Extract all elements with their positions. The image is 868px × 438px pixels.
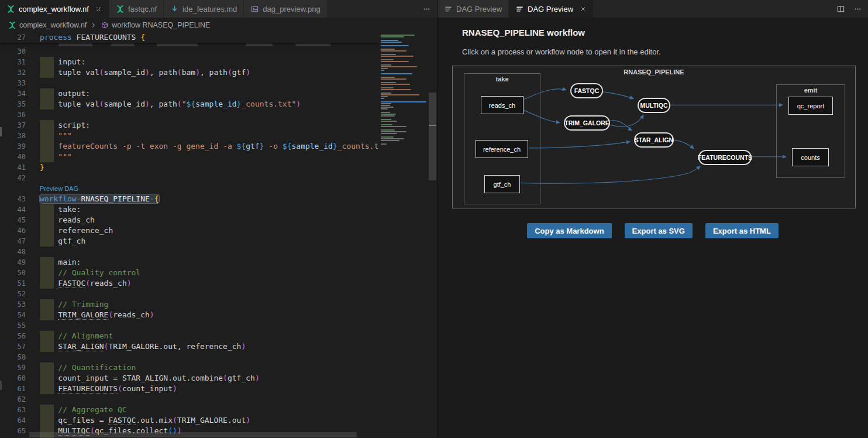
code-text: reads_ch	[40, 215, 95, 225]
code-line[interactable]: 51 FASTQC(reads_ch)	[0, 278, 379, 289]
code-line[interactable]: 27process FEATURECOUNTS {	[0, 32, 379, 43]
export-as-svg-button[interactable]: Export as SVG	[625, 223, 693, 238]
dag-edge-reads_ch-to-FASTQC	[524, 89, 566, 100]
code-line[interactable]: 55	[0, 320, 379, 331]
code-line[interactable]: 52	[0, 289, 379, 299]
occurrence-highlight: workflow·RNASEQ_PIPELINE·{	[40, 194, 159, 203]
code-line[interactable]: 56 // Alignment	[0, 331, 379, 341]
code-line[interactable]: 39 featureCounts -p -t exon -g gene_id -…	[0, 141, 379, 152]
preview-dag-codelens-link[interactable]: Preview DAG	[40, 183, 78, 194]
code-line[interactable]: 34 output:	[0, 88, 379, 99]
sticky-scroll-line[interactable]: 27process FEATURECOUNTS {	[0, 32, 379, 43]
code-line[interactable]: 54 TRIM_GALORE(reads_ch)	[0, 310, 379, 320]
tab-label: fastqc.nf	[128, 5, 157, 13]
code-text: script:	[40, 120, 90, 131]
code-line[interactable]: 59 // Quantification	[0, 362, 379, 373]
tab-left-fastqc-nf[interactable]: fastqc.nf	[109, 0, 164, 18]
tab-left-dag-preview-png[interactable]: dag_preview.png	[244, 0, 327, 18]
dag-node-trim_galore[interactable]: TRIM_GALORE	[564, 115, 610, 131]
line-number: 31	[0, 57, 26, 67]
code-text: FEATURECOUNTS(count_input)	[40, 384, 177, 394]
code-line[interactable]: 48	[0, 247, 379, 257]
tab-left-complex-workflow-nf[interactable]: complex_workflow.nf	[0, 0, 109, 18]
code-line[interactable]: 38 """	[0, 131, 379, 141]
export-as-html-button[interactable]: Export as HTML	[705, 223, 779, 238]
code-line[interactable]: 49 main:	[0, 257, 379, 268]
line-number: 64	[0, 415, 26, 426]
code-line[interactable]: 60 count_input = STAR_ALIGN.out.combine(…	[0, 373, 379, 384]
code-line[interactable]: 63 // Aggregate QC	[0, 405, 379, 415]
line-number: 30	[0, 46, 26, 57]
scrollbar-marker	[429, 125, 436, 126]
copy-as-markdown-button[interactable]: Copy as Markdown	[527, 223, 611, 238]
dag-node-fastqc[interactable]: FASTQC	[570, 83, 603, 98]
dag-node-reads_ch[interactable]: reads_ch	[481, 96, 523, 114]
code-line[interactable]: 62	[0, 394, 379, 405]
nextflow-icon	[116, 5, 125, 13]
dag-node-multiqc[interactable]: MULTIQC	[638, 98, 670, 113]
code-line[interactable]: 58	[0, 352, 379, 362]
dag-node-qc_report[interactable]: qc_report	[788, 97, 833, 115]
dag-node-featurecounts[interactable]: FEATURECOUNTS	[698, 150, 752, 165]
code-text: reference_ch	[40, 225, 113, 236]
line-number: 33	[0, 78, 26, 88]
line-number: 47	[0, 236, 26, 247]
code-line[interactable]: 35 tuple val(sample_id), path("${sample_…	[0, 99, 379, 110]
more-actions-icon[interactable]	[422, 5, 431, 13]
code-line[interactable]: 45 reads_ch	[0, 215, 379, 225]
code-lines[interactable]: 3031 input:32 tuple val(sample_id), path…	[0, 46, 379, 438]
code-editor[interactable]: 27process FEATURECOUNTS { 3031 input:32 …	[0, 32, 437, 438]
tab-label: DAG Preview	[528, 5, 573, 13]
tab-right-dag-preview[interactable]: DAG Preview	[438, 0, 509, 18]
line-number: 56	[0, 331, 26, 341]
page-subtitle: Click on a process or workflow node to o…	[462, 47, 661, 56]
horizontal-scrollbar[interactable]	[29, 432, 357, 437]
code-line[interactable]: 50 // Quality control	[0, 268, 379, 278]
dag-edge-FASTQC-to-MULTIQC	[603, 92, 634, 99]
dag-node-reference_ch[interactable]: reference_ch	[476, 140, 528, 158]
code-line[interactable]: 42	[0, 173, 379, 183]
tab-left-ide-features-md[interactable]: ide_features.md	[164, 0, 244, 18]
line-number: 53	[0, 299, 26, 310]
code-line[interactable]: 47 gtf_ch	[0, 236, 379, 247]
code-line[interactable]: 37 script:	[0, 120, 379, 131]
dag-node-star_align[interactable]: STAR_ALIGN	[634, 132, 674, 148]
code-line[interactable]: 41}	[0, 162, 379, 173]
code-text: // Aggregate QC	[40, 405, 127, 415]
partially-scrolled-line	[0, 43, 379, 46]
dag-node-gtf_ch[interactable]: gtf_ch	[484, 175, 520, 193]
codelens: Preview DAG	[0, 183, 379, 194]
line-number: 32	[0, 67, 26, 78]
code-line[interactable]: 33	[0, 78, 379, 88]
vertical-scrollbar[interactable]	[429, 93, 436, 180]
code-line[interactable]: 32 tuple val(sample_id), path(bam), path…	[0, 67, 379, 78]
minimap[interactable]	[379, 32, 428, 438]
code-text: main:	[40, 257, 81, 268]
line-number: 55	[0, 320, 26, 331]
line-number: 36	[0, 110, 26, 120]
dag-edge-gtf_ch-to-FEATURECOUNTS	[521, 166, 700, 184]
code-line[interactable]: 31 input:	[0, 57, 379, 67]
close-icon[interactable]	[95, 5, 102, 13]
code-line[interactable]: 44 take:	[0, 204, 379, 215]
code-line[interactable]: 43workflow·RNASEQ_PIPELINE·{	[0, 194, 379, 204]
close-icon[interactable]	[579, 5, 587, 13]
code-line[interactable]: 64 qc_files = FASTQC.out.mix(TRIM_GALORE…	[0, 415, 379, 426]
breadcrumb-symbol[interactable]: workflow RNASEQ_PIPELINE	[112, 21, 210, 29]
code-line[interactable]: 57 STAR_ALIGN(TRIM_GALORE.out, reference…	[0, 341, 379, 352]
line-number: 59	[0, 362, 26, 373]
line-number: 46	[0, 225, 26, 236]
image-icon	[250, 5, 259, 13]
tab-right-dag-preview[interactable]: DAG Preview	[509, 0, 594, 18]
more-actions-icon[interactable]	[853, 5, 862, 13]
code-line[interactable]: 40 """	[0, 152, 379, 162]
code-line[interactable]: 46 reference_ch	[0, 225, 379, 236]
code-line[interactable]: 53 // Trimming	[0, 299, 379, 310]
dag-node-counts[interactable]: counts	[792, 148, 829, 166]
split-editor-icon[interactable]	[836, 5, 845, 13]
code-line[interactable]: 30	[0, 46, 379, 57]
code-text: take:	[40, 204, 81, 215]
code-line[interactable]: 36	[0, 110, 379, 120]
breadcrumb-file[interactable]: complex_workflow.nf	[19, 21, 87, 29]
code-line[interactable]: 61 FEATURECOUNTS(count_input)	[0, 384, 379, 394]
